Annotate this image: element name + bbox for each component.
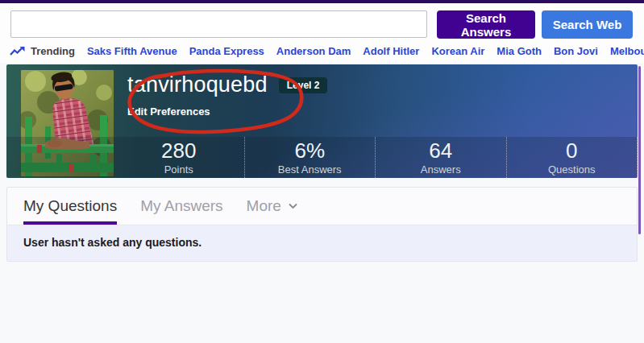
stat-answers-label: Answers (376, 163, 506, 176)
tab-my-answers-label: My Answers (140, 197, 222, 215)
stat-best-answers-value: 6% (245, 139, 376, 163)
stat-best-answers-label: Best Answers (245, 163, 376, 176)
trending-topic-5[interactable]: Korean Air (431, 45, 484, 57)
stat-points: 280 Points (114, 137, 245, 178)
stat-points-value: 280 (114, 139, 244, 163)
stat-best-answers: 6% Best Answers (245, 137, 376, 178)
trending-topic-7[interactable]: Bon Jovi (554, 45, 598, 57)
trending-topic-6[interactable]: Mia Goth (497, 45, 542, 57)
stat-answers-value: 64 (376, 139, 506, 163)
trending-topic-4[interactable]: Adolf Hitler (363, 45, 419, 57)
stat-questions: 0 Questions (507, 137, 638, 178)
search-topbar: Search Answers Search Web Trending Saks … (0, 3, 644, 63)
trending-topic-3[interactable]: Anderson Dam (276, 45, 351, 57)
trending-label: Trending (10, 45, 75, 57)
username: tanvirhoquebd (127, 72, 268, 97)
trending-text: Trending (31, 45, 75, 57)
search-web-button[interactable]: Search Web (542, 10, 633, 39)
profile-stats: 280 Points 6% Best Answers 64 Answers 0 … (6, 137, 638, 178)
tab-bar: My Questions My Answers More (7, 188, 637, 225)
stat-points-label: Points (114, 163, 244, 176)
stat-questions-label: Questions (507, 163, 638, 176)
trending-topic-2[interactable]: Panda Express (189, 45, 264, 57)
edit-preferences-link[interactable]: Edit Preferences (127, 105, 210, 118)
search-answers-button[interactable]: Search Answers (437, 10, 535, 39)
trending-up-icon (10, 46, 25, 56)
trending-topic-8[interactable]: Melbourne crash (610, 45, 644, 57)
level-badge: Level 2 (279, 77, 328, 93)
tab-my-answers[interactable]: My Answers (140, 188, 222, 225)
tab-more-label: More (247, 197, 281, 215)
trending-bar: Trending Saks Fifth Avenue Panda Express… (10, 43, 644, 59)
user-identity: tanvirhoquebd Level 2 Edit Preferences (127, 72, 327, 118)
search-input[interactable] (10, 10, 427, 38)
stat-answers: 64 Answers (376, 137, 507, 178)
tab-my-questions[interactable]: My Questions (23, 188, 117, 225)
content-card: My Questions My Answers More User hasn't… (6, 187, 638, 262)
chevron-down-icon (289, 203, 297, 209)
empty-state-message: User hasn't asked any questions. (7, 225, 637, 261)
scrollbar-thumb[interactable] (638, 66, 641, 234)
profile-header: tanvirhoquebd Level 2 Edit Preferences 2… (6, 64, 638, 178)
tab-my-questions-label: My Questions (23, 197, 117, 215)
trending-topic-1[interactable]: Saks Fifth Avenue (87, 45, 177, 57)
tab-more[interactable]: More (247, 188, 297, 225)
stat-questions-value: 0 (507, 139, 638, 163)
